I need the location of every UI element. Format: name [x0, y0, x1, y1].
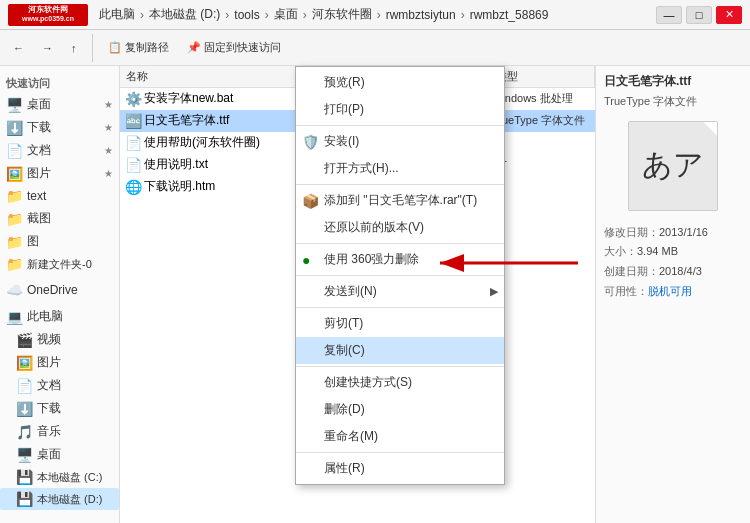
sidebar-label-desktop: 桌面	[27, 96, 51, 113]
ctx-send-to-label: 发送到(N)	[324, 283, 377, 300]
sidebar-label-drive-d: 本地磁盘 (D:)	[37, 492, 102, 507]
screenshots-icon: 📁	[6, 211, 23, 227]
drive-c-icon: 💾	[16, 469, 33, 485]
up-icon: ↑	[71, 42, 77, 54]
logo: 河东软件网 www.pc0359.cn	[8, 4, 88, 26]
preview-image: あア	[628, 121, 718, 211]
ctx-send-to[interactable]: 发送到(N) ▶	[296, 278, 504, 305]
sidebar-item-this-pc[interactable]: 💻 此电脑	[0, 305, 119, 328]
sidebar-label-desktop2: 桌面	[37, 446, 61, 463]
desktop-icon: 🖥️	[6, 97, 23, 113]
toolbar: ← → ↑ 📋 复制路径 📌 固定到快速访问	[0, 30, 750, 66]
rar-icon: 📦	[302, 193, 319, 209]
ctx-install[interactable]: 🛡️ 安装(I)	[296, 128, 504, 155]
ctx-restore[interactable]: 还原以前的版本(V)	[296, 214, 504, 241]
ctx-copy[interactable]: 复制(C)	[296, 337, 504, 364]
sidebar-item-documents[interactable]: 📄 文档 ★	[0, 139, 119, 162]
sidebar-label-this-pc: 此电脑	[27, 308, 63, 325]
up-btn[interactable]: ↑	[64, 39, 84, 57]
ctx-delete[interactable]: 删除(D)	[296, 396, 504, 423]
size-value: 3.94 MB	[637, 245, 678, 257]
ctx-properties[interactable]: 属性(R)	[296, 455, 504, 482]
maximize-btn[interactable]: □	[686, 6, 712, 24]
sidebar-label-downloads: 下载	[27, 119, 51, 136]
sidebar-label-documents: 文档	[27, 142, 51, 159]
ctx-preview[interactable]: 预览(R)	[296, 69, 504, 96]
new-folder-icon: 📁	[6, 256, 23, 272]
copy-path-label: 📋 复制路径	[108, 40, 169, 55]
breadcrumb-drive-d[interactable]: 本地磁盘 (D:)	[146, 6, 223, 23]
this-pc-icon: 💻	[6, 309, 23, 325]
sidebar-item-music[interactable]: 🎵 音乐	[0, 420, 119, 443]
sidebar-item-images[interactable]: 📁 图	[0, 230, 119, 253]
ctx-restore-label: 还原以前的版本(V)	[324, 219, 424, 236]
sidebar-item-new-folder[interactable]: 📁 新建文件夹-0	[0, 253, 119, 275]
ctx-preview-label: 预览(R)	[324, 74, 365, 91]
ctx-add-rar-label: 添加到 "日文毛笔字体.rar"(T)	[324, 192, 477, 209]
avail-value[interactable]: 脱机可用	[648, 285, 692, 297]
sidebar-item-screenshots[interactable]: 📁 截图	[0, 207, 119, 230]
close-btn[interactable]: ✕	[716, 6, 742, 24]
pictures-icon: 🖼️	[6, 166, 23, 182]
documents-icon: 📄	[6, 143, 23, 159]
ctx-copy-label: 复制(C)	[324, 342, 365, 359]
sidebar-item-pictures2[interactable]: 🖼️ 图片	[0, 351, 119, 374]
ctx-rename[interactable]: 重命名(M)	[296, 423, 504, 450]
breadcrumb-rw2[interactable]: rwmbzt_58869	[467, 8, 552, 22]
title-bar: 河东软件网 www.pc0359.cn 此电脑 › 本地磁盘 (D:) › to…	[0, 0, 750, 30]
logo-text: 河东软件网 www.pc0359.cn	[22, 6, 74, 22]
breadcrumb-hedong[interactable]: 河东软件圈	[309, 6, 375, 23]
back-icon: ←	[13, 42, 24, 54]
desktop2-icon: 🖥️	[16, 447, 33, 463]
forward-btn[interactable]: →	[35, 39, 60, 57]
back-btn[interactable]: ←	[6, 39, 31, 57]
col-type-header[interactable]: 类型	[490, 66, 595, 87]
sidebar-label-pictures: 图片	[27, 165, 51, 182]
sidebar-item-text[interactable]: 📁 text	[0, 185, 119, 207]
ctx-create-shortcut[interactable]: 创建快捷方式(S)	[296, 369, 504, 396]
sidebar-label-documents2: 文档	[37, 377, 61, 394]
sidebar-item-videos[interactable]: 🎬 视频	[0, 328, 119, 351]
file-type-txt: HT	[492, 159, 593, 171]
onedrive-icon: ☁️	[6, 282, 23, 298]
avail-label: 可用性：	[604, 285, 648, 297]
breadcrumb-this-pc[interactable]: 此电脑	[96, 6, 138, 23]
breadcrumb-tools[interactable]: tools	[231, 8, 262, 22]
ctx-delete-label: 删除(D)	[324, 401, 365, 418]
sidebar-item-drive-c[interactable]: 💾 本地磁盘 (C:)	[0, 466, 119, 488]
sidebar-item-onedrive[interactable]: ☁️ OneDrive	[0, 279, 119, 301]
sidebar-item-desktop[interactable]: 🖥️ 桌面 ★	[0, 93, 119, 116]
context-menu: 预览(R) 打印(P) 🛡️ 安装(I) 打开方式(H)... 📦 添加到 "日…	[295, 66, 505, 485]
sidebar: 快速访问 🖥️ 桌面 ★ ⬇️ 下载 ★ 📄 文档 ★ 🖼️ 图片 ★ 📁 te…	[0, 66, 120, 523]
ctx-360-delete[interactable]: ● 使用 360强力删除	[296, 246, 504, 273]
ctx-open-with[interactable]: 打开方式(H)...	[296, 155, 504, 182]
breadcrumb-desktop[interactable]: 桌面	[271, 6, 301, 23]
pin-label: 📌 固定到快速访问	[187, 40, 281, 55]
copy-path-btn[interactable]: 📋 复制路径	[101, 37, 176, 58]
ctx-sep-1	[296, 125, 504, 126]
sidebar-label-music: 音乐	[37, 423, 61, 440]
file-icon-htm: 🌐	[122, 179, 144, 195]
sidebar-item-downloads2[interactable]: ⬇️ 下载	[0, 397, 119, 420]
music-icon: 🎵	[16, 424, 33, 440]
pin-btn[interactable]: 📌 固定到快速访问	[180, 37, 288, 58]
sidebar-label-downloads2: 下载	[37, 400, 61, 417]
file-icon-ttf: 🔤	[122, 113, 144, 129]
sidebar-item-drive-d[interactable]: 💾 本地磁盘 (D:)	[0, 488, 119, 510]
breadcrumb-rw1[interactable]: rwmbztsiytun	[383, 8, 459, 22]
ctx-cut[interactable]: 剪切(T)	[296, 310, 504, 337]
ctx-print[interactable]: 打印(P)	[296, 96, 504, 123]
ctx-open-with-label: 打开方式(H)...	[324, 160, 399, 177]
ctx-shortcut-label: 创建快捷方式(S)	[324, 374, 412, 391]
ctx-properties-label: 属性(R)	[324, 460, 365, 477]
sidebar-label-onedrive: OneDrive	[27, 283, 78, 297]
sidebar-item-downloads[interactable]: ⬇️ 下载 ★	[0, 116, 119, 139]
sidebar-item-desktop2[interactable]: 🖥️ 桌面	[0, 443, 119, 466]
sidebar-item-pictures[interactable]: 🖼️ 图片 ★	[0, 162, 119, 185]
sidebar-item-documents2[interactable]: 📄 文档	[0, 374, 119, 397]
sidebar-label-new-folder: 新建文件夹-0	[27, 257, 92, 272]
ctx-add-rar[interactable]: 📦 添加到 "日文毛笔字体.rar"(T)	[296, 187, 504, 214]
created-label: 创建日期：	[604, 265, 659, 277]
quick-access-title: 快速访问	[0, 70, 119, 93]
minimize-btn[interactable]: —	[656, 6, 682, 24]
